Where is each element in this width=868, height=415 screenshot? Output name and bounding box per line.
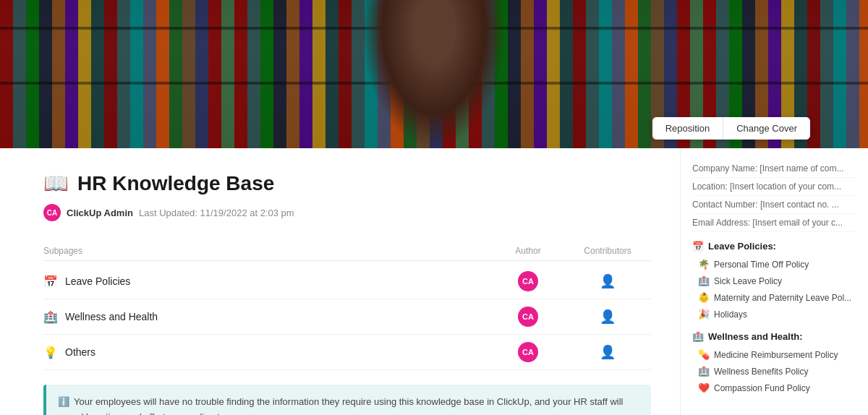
leave-item-label-2: Maternity and Paternity Leave Pol... <box>714 293 851 303</box>
cover-action-buttons: Reposition Change Cover <box>652 117 810 140</box>
subpage-author-2: CA <box>492 342 564 362</box>
leave-title: Leave Policies: <box>708 241 776 252</box>
leave-item-icon-3: 🎉 <box>698 309 710 320</box>
meta-row: CA ClickUp Admin Last Updated: 11/19/202… <box>43 204 651 221</box>
wellness-item-0[interactable]: 💊 Medicine Reimbursement Policy <box>692 346 856 363</box>
cover-person <box>362 0 506 148</box>
contributor-icon-2: 👤 <box>600 344 616 360</box>
wellness-item-icon-2: ❤️ <box>698 382 710 393</box>
sidebar: Company Name: [Insert name of com...Loca… <box>680 148 868 415</box>
subpage-name-1: Wellness and Health <box>65 311 492 322</box>
author-avatar-1: CA <box>518 307 538 327</box>
subpage-contrib-1: 👤 <box>564 309 651 325</box>
leave-item-icon-2: 👶 <box>698 292 710 303</box>
subpage-contrib-2: 👤 <box>564 344 651 360</box>
reposition-button[interactable]: Reposition <box>652 117 723 140</box>
wellness-item-icon-0: 💊 <box>698 349 710 360</box>
leave-item-1[interactable]: 🏥 Sick Leave Policy <box>692 273 856 289</box>
sidebar-field-2: Contact Number: [Insert contact no. ... <box>692 196 856 214</box>
leave-item-3[interactable]: 🎉 Holidays <box>692 306 856 322</box>
contributor-icon-0: 👤 <box>600 273 616 289</box>
wellness-item-1[interactable]: 🏥 Wellness Benefits Policy <box>692 363 856 380</box>
subpages-header: Subpages Author Contributors <box>43 241 651 261</box>
info-icon: ℹ️ <box>58 396 69 407</box>
info-box: ℹ️Your employees will have no trouble fi… <box>43 385 651 415</box>
page-title: HR Knowledge Base <box>77 172 274 195</box>
author-avatar: CA <box>43 204 61 221</box>
wellness-item-2[interactable]: ❤️ Compassion Fund Policy <box>692 380 856 396</box>
subpage-name-2: Others <box>65 346 492 358</box>
col-subpages-header: Subpages <box>43 246 492 256</box>
wellness-item-icon-1: 🏥 <box>698 366 710 377</box>
leave-item-label-0: Personal Time Off Policy <box>714 260 809 270</box>
subpage-icon-0: 📅 <box>43 275 58 288</box>
wellness-section: 🏥 Wellness and Health: <box>692 331 856 342</box>
subpage-row[interactable]: 📅 Leave Policies CA 👤 <box>43 264 651 299</box>
sidebar-field-0: Company Name: [Insert name of com... <box>692 160 856 178</box>
wellness-item-label-1: Wellness Benefits Policy <box>714 367 809 377</box>
leave-item-0[interactable]: 🌴 Personal Time Off Policy <box>692 256 856 273</box>
subpage-icon-1: 🏥 <box>43 310 58 324</box>
leave-item-label-3: Holidays <box>714 309 747 320</box>
wellness-title: Wellness and Health: <box>708 331 803 342</box>
last-updated: Last Updated: 11/19/2022 at 2:03 pm <box>139 208 294 218</box>
wellness-item-label-0: Medicine Reimbursement Policy <box>714 350 838 360</box>
subpage-row[interactable]: 💡 Others CA 👤 <box>43 335 651 370</box>
sidebar-field-3: Email Address: [Insert email of your c..… <box>692 214 856 232</box>
cover-image: Reposition Change Cover <box>0 0 868 148</box>
leave-item-label-1: Sick Leave Policy <box>714 276 782 286</box>
change-cover-button[interactable]: Change Cover <box>723 117 810 140</box>
leave-icon: 📅 <box>692 241 704 252</box>
col-contributors-header: Contributors <box>564 246 651 256</box>
page-title-row: 📖 HR Knowledge Base <box>43 171 651 195</box>
author-avatar-0: CA <box>518 271 538 291</box>
subpage-icon-2: 💡 <box>43 346 58 359</box>
subpage-name-0: Leave Policies <box>65 275 492 287</box>
wellness-icon: 🏥 <box>692 331 704 342</box>
col-author-header: Author <box>492 246 564 256</box>
subpage-contrib-0: 👤 <box>564 273 651 289</box>
sidebar-fields: Company Name: [Insert name of com...Loca… <box>692 160 856 232</box>
contributor-icon-1: 👤 <box>600 309 616 325</box>
wellness-item-label-2: Compassion Fund Policy <box>714 383 810 393</box>
wellness-items: 💊 Medicine Reimbursement Policy 🏥 Wellne… <box>692 346 856 396</box>
author-name: ClickUp Admin <box>67 208 133 218</box>
leave-items: 🌴 Personal Time Off Policy 🏥 Sick Leave … <box>692 256 856 322</box>
leave-item-2[interactable]: 👶 Maternity and Paternity Leave Pol... <box>692 289 856 306</box>
page-icon: 📖 <box>43 171 69 195</box>
leave-item-icon-1: 🏥 <box>698 275 710 286</box>
subpages-list: 📅 Leave Policies CA 👤 🏥 Wellness and Hea… <box>43 264 651 370</box>
sidebar-field-1: Location: [Insert location of your com..… <box>692 178 856 196</box>
info-text: Your employees will have no trouble find… <box>58 396 623 415</box>
main-content: 📖 HR Knowledge Base CA ClickUp Admin Las… <box>0 148 680 415</box>
subpage-author-1: CA <box>492 307 564 327</box>
leave-item-icon-0: 🌴 <box>698 259 710 270</box>
subpage-row[interactable]: 🏥 Wellness and Health CA 👤 <box>43 299 651 335</box>
subpage-author-0: CA <box>492 271 564 291</box>
leave-policies-section: 📅 Leave Policies: <box>692 241 856 252</box>
author-avatar-2: CA <box>518 342 538 362</box>
